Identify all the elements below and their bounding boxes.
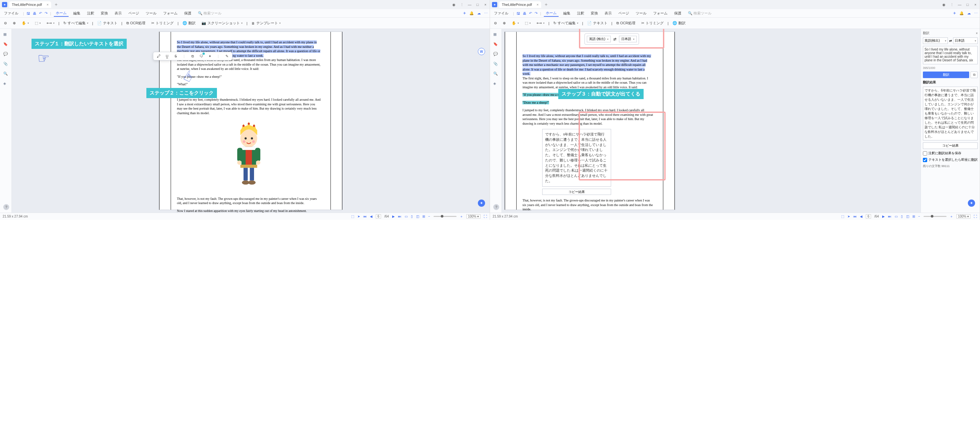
pointer-icon[interactable]: ➤ [847,214,850,218]
close-window-icon[interactable]: × [483,2,488,7]
last-page-icon[interactable]: ⏭ [398,214,401,218]
translate-button[interactable]: 🌐 翻訳 [180,20,197,27]
document-tab[interactable]: TheLittlePrince.pdf × [9,1,51,8]
ai-icon[interactable]: ◉ [942,2,946,7]
attachment-icon[interactable]: 📎 [3,62,8,67]
menu-comment[interactable]: 注釈 [575,10,586,16]
view-cont-icon[interactable]: ▯ [901,214,903,218]
cloud-icon[interactable]: ☁ [477,11,481,16]
minimize-icon[interactable]: ― [957,2,962,7]
panel-target-lang[interactable]: 日本語▾ [953,37,978,44]
document-tab[interactable]: TheLittlePrince.pdf × [499,1,541,8]
zoom-in-button[interactable]: ⊕ [501,20,508,26]
edit-all-button[interactable]: ↻ すべて編集▾ [61,20,90,27]
next-page-icon[interactable]: ▶ [392,214,395,218]
template-button[interactable]: 🗎 テンプレート▾ [250,20,283,27]
redo-icon[interactable]: ↷ [45,11,48,16]
print-icon[interactable]: 🖶 [33,11,37,16]
minimize-icon[interactable]: ― [467,2,472,7]
maximize-icon[interactable]: □ [475,2,480,7]
bell-icon[interactable]: 🔔 [959,11,964,16]
select-tool[interactable]: ⬚▾ [33,20,43,26]
menu-file[interactable]: ファイル [2,10,20,16]
edit-icon[interactable]: ✎ [224,54,229,59]
text-button[interactable]: 📄 テキスト [585,20,609,27]
fit-width[interactable]: ⟷▾ [535,20,546,26]
menu-dots-icon[interactable]: ⋮ [950,2,954,7]
copy-icon[interactable]: ⧉ [190,54,195,59]
help-icon[interactable]: ? [493,204,499,210]
copy-source-icon[interactable]: ⧉ [970,71,978,78]
zoom-level[interactable]: 100% ▾ [466,214,480,219]
copy-result-button[interactable]: コピー結果 [923,142,978,149]
fit-width[interactable]: ⟷▾ [45,20,56,26]
menu-edit[interactable]: 編集 [71,10,83,16]
thumbnail-icon[interactable]: ▦ [3,32,8,37]
hand-tool[interactable]: ✋▾ [20,20,31,26]
fullscreen-icon[interactable]: ⛶ [484,214,487,218]
last-page-icon[interactable]: ⏭ [888,214,891,218]
prev-page-icon[interactable]: ◀ [860,214,862,218]
panel-swap-icon[interactable]: ⇄ [949,39,952,43]
add-tab-button[interactable]: ＋ [54,2,59,8]
close-icon[interactable]: × [47,3,49,6]
zoom-out-button[interactable]: ⊖ [2,20,9,26]
view-cont-icon[interactable]: ▯ [411,214,413,218]
undo-icon[interactable]: ↶ [39,11,42,16]
page-number-input[interactable]: 6 [866,214,871,219]
select-mode-icon[interactable]: ⬚ [351,214,354,218]
menu-convert[interactable]: 変換 [99,10,110,16]
zoom-out-button[interactable]: ⊖ [492,20,499,26]
menu-view[interactable]: 表示 [113,10,124,16]
zoom-out-icon[interactable]: − [918,214,920,218]
menu-tool[interactable]: ツール [144,10,159,16]
menu-file[interactable]: ファイル [492,10,510,16]
close-panel-icon[interactable]: × [976,32,978,35]
strikethrough-icon[interactable]: S̶ [173,54,178,59]
save-annotation-checkbox[interactable]: 注釈に翻訳結果を保存 [923,151,978,156]
menu-dots-icon[interactable]: ⋮ [460,2,464,7]
underline-icon[interactable]: U̲ [164,54,170,59]
view-single-icon[interactable]: ▭ [405,214,407,218]
add-tab-button[interactable]: ＋ [544,2,549,8]
page-area[interactable]: ステップ１：翻訳したいテキストを選択 ☞ ステップ２：ここをクリック ☞ 🖍 U… [12,29,490,213]
bookmark-icon[interactable]: 🔖 [3,42,8,47]
bell-icon[interactable]: 🔔 [469,11,474,16]
save-icon[interactable]: 🖫 [27,11,30,16]
close-window-icon[interactable]: × [973,2,978,7]
word-export-icon[interactable]: W [478,48,485,55]
source-lang-select[interactable]: 英語 (検出)▾ [587,36,611,42]
thumbnail-icon[interactable]: ▦ [493,32,498,37]
zoom-slider[interactable] [434,216,457,217]
overflow-icon[interactable]: ⋯ [484,11,488,16]
zoom-out-icon[interactable]: − [428,214,430,218]
send-icon[interactable]: ✈ [463,11,466,16]
edit-all-button[interactable]: ↻ すべて編集▾ [551,20,580,27]
result-text-box[interactable]: ですから、6年前にサハラ砂漠で飛行機の事故に遭うまで、本当に話せる人がいないまま… [923,87,978,140]
comment-icon[interactable]: 💬 [3,52,8,57]
close-icon[interactable]: × [537,3,539,6]
view-single-icon[interactable]: ▭ [895,214,897,218]
trim-button[interactable]: ✂ トリミング [640,20,666,27]
menu-edit[interactable]: 編集 [561,10,573,16]
menu-form[interactable]: フォーム [161,10,180,16]
maximize-icon[interactable]: □ [965,2,970,7]
zoom-in-button[interactable]: ⊕ [11,20,18,26]
text-button[interactable]: 📄 テキスト [95,20,119,27]
help-icon[interactable]: ? [3,204,9,210]
trim-button[interactable]: ✂ トリミング [150,20,176,27]
screenshot-button[interactable]: 📷 スクリーンショット▾ [200,20,245,27]
menu-page[interactable]: ページ [616,10,631,16]
menu-protect[interactable]: 保護 [182,10,193,16]
swap-lang-icon[interactable]: ⇄ [613,37,616,41]
source-text-box[interactable]: So I lived my life alone, without anyone… [923,46,978,64]
menu-comment[interactable]: 注釈 [85,10,96,16]
zoom-level[interactable]: 100% ▾ [956,214,970,219]
zoom-slider[interactable] [924,216,947,217]
menu-convert[interactable]: 変換 [589,10,600,16]
zoom-in-icon[interactable]: ＋ [950,214,953,219]
target-lang-select[interactable]: 日本語▾ [619,36,637,42]
menu-page[interactable]: ページ [126,10,141,16]
translate-action-button[interactable]: 翻訳 [923,71,969,78]
select-mode-icon[interactable]: ⬚ [841,214,844,218]
